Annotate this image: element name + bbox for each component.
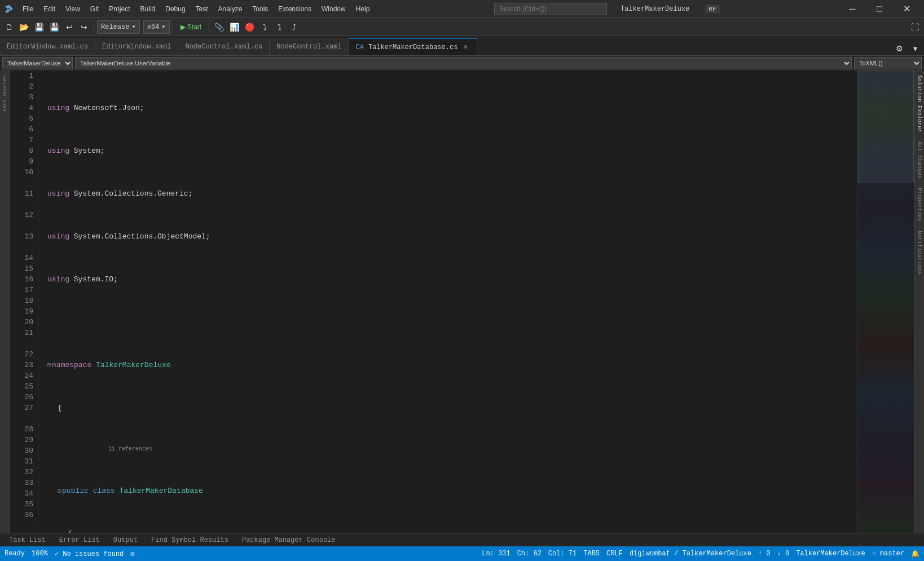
panel-output[interactable]: Output [109,535,142,545]
vs-logo-icon [5,5,14,14]
code-line-7: ⊟namespace TalkerMakerDeluxe [47,360,857,370]
status-commits-down[interactable]: ↓ 0 [777,550,790,558]
menu-tools[interactable]: Tools [248,3,272,15]
panel-task-list[interactable]: Task List [5,535,50,545]
status-project[interactable]: TalkerMakerDeluxe [796,550,865,558]
status-position-ch[interactable]: Ch: 62 [517,550,542,558]
panel-package-manager[interactable]: Package Manager Console [237,535,340,545]
tabs-extra: ⚙ ▾ [892,42,924,55]
status-tabs[interactable]: TABS [583,550,600,558]
status-bar-right: Ln: 331 Ch: 62 Col: 71 TABS CRLF digiwom… [482,550,919,558]
menu-bar: File Edit View Git Project Build Debug T… [18,3,374,15]
menu-debug[interactable]: Debug [161,3,190,15]
code-content: using Newtonsoft.Json; using System; usi… [38,70,857,533]
sep2 [173,21,173,33]
menu-git[interactable]: Git [86,3,103,15]
method-dropdown[interactable]: ToXML() [854,57,922,69]
breakpoint-btn[interactable]: 🔴 [243,20,257,34]
menu-project[interactable]: Project [104,3,134,15]
menu-edit[interactable]: Edit [39,3,60,15]
code-line-9: ⊟public class TalkerMakerDatabase [47,485,857,496]
save-all-btn[interactable]: 💾 [47,20,61,34]
titlebar: File Edit View Git Project Build Debug T… [0,0,924,18]
menu-file[interactable]: File [18,3,38,15]
stepin-btn[interactable]: ⤵ [272,20,286,34]
panel-error-list[interactable]: Error List [55,535,104,545]
status-bar: Ready 100% ✓ No issues found ⚙ Ln: 331 C… [0,546,924,561]
menu-build[interactable]: Build [136,3,160,15]
window-controls: ─ □ ✕ [839,0,919,18]
status-position-ln[interactable]: Ln: 331 [482,550,510,558]
right-sidebars: Solution Explorer Git Changes Properties… [914,70,924,533]
code-editor: 12345 678910 11 12 13 14 15 1617181920 2… [10,70,914,533]
sep3 [209,21,209,33]
tab-editorwindow-xaml[interactable]: EditorWindow.xaml [95,38,178,55]
sidebar-properties[interactable]: Properties [914,183,924,226]
fullscreen-btn[interactable]: ⛶ [908,20,922,34]
menu-help[interactable]: Help [351,3,375,15]
stepout-btn[interactable]: ⤴ [287,20,301,34]
performance-btn[interactable]: 📊 [227,20,241,34]
tab-talkermakerdatabase[interactable]: C# TalkerMakerDatabase.cs × [349,38,478,55]
attach-btn[interactable]: 📎 [212,20,226,34]
search-input[interactable] [494,3,607,15]
sidebar-git-changes[interactable]: Git Changes [914,137,924,183]
redo-btn[interactable]: ↪ [77,20,91,34]
bottom-panel: Task List Error List Output Find Symbol … [0,533,924,546]
code-line-1: using Newtonsoft.Json; [47,103,857,113]
status-notifications[interactable]: 🔔 [911,550,919,558]
sidebar-solution-explorer[interactable]: Solution Explorer [914,70,924,137]
platform-dropdown[interactable]: x64 ▾ [143,20,170,34]
sep1 [94,21,94,33]
ref-hint-9: 11 references [108,445,857,453]
minimize-button[interactable]: ─ [839,0,865,18]
location-bar: TalkerMakerDeluxe TalkerMakerDeluxe.User… [0,56,924,70]
close-button[interactable]: ✕ [894,0,919,18]
menu-view[interactable]: View [61,3,85,15]
menu-window[interactable]: Window [317,3,350,15]
status-repo[interactable]: digiwombat / TalkerMakerDeluxe [630,550,751,558]
menu-extensions[interactable]: Extensions [274,3,316,15]
minimap[interactable] [857,70,914,533]
code-line-10: { [47,528,857,533]
run-button[interactable]: ▶ Start [176,20,206,34]
save-btn[interactable]: 💾 [32,20,46,34]
tab-close-icon[interactable]: × [461,43,470,52]
status-ready[interactable]: Ready [5,550,25,558]
status-commits-up[interactable]: ↑ 0 [758,550,771,558]
status-issues[interactable]: ✓ No issues found [55,550,124,558]
code-line-5: using System.IO; [47,274,857,285]
tab-overflow-btn[interactable]: ▾ [908,42,922,55]
panel-find-results[interactable]: Find Symbol Results [147,535,233,545]
tabs-bar: EditorWindow.xaml.cs EditorWindow.xaml N… [0,36,924,56]
menu-analyze[interactable]: Analyze [214,3,247,15]
toolbar: 🗋 📂 💾 💾 ↩ ↪ Release ▾ x64 ▾ ▶ Start 📎 📊 … [0,18,924,36]
editor-area: 12345 678910 11 12 13 14 15 1617181920 2… [10,70,914,533]
left-sidebar: Data Sources [0,70,10,533]
sidebar-notifications[interactable]: Notifications [914,226,924,279]
status-position-col[interactable]: Col: 71 [548,550,577,558]
status-encoding[interactable]: CRLF [606,550,623,558]
window-title: TalkerMakerDeluxe [611,5,698,13]
tab-editorwindow-cs[interactable]: EditorWindow.xaml.cs [0,38,95,55]
tab-nodecontrol-xaml[interactable]: NodeControl.xaml [270,38,349,55]
code-scroll-area[interactable]: using Newtonsoft.Json; using System; usi… [38,70,857,533]
tab-nodecontrol-cs[interactable]: NodeControl.xaml.cs [178,38,270,55]
undo-btn[interactable]: ↩ [63,20,76,34]
configuration-dropdown[interactable]: Release ▾ [97,20,140,34]
class-dropdown[interactable]: TalkerMakerDeluxe [2,57,73,69]
line-numbers: 12345 678910 11 12 13 14 15 1617181920 2… [10,70,38,533]
status-branch[interactable]: ⑂ master [872,550,904,558]
maximize-button[interactable]: □ [866,0,892,18]
menu-test[interactable]: Test [191,3,213,15]
stepover-btn[interactable]: ⤵ [258,20,271,34]
sidebar-data-sources[interactable]: Data Sources [2,75,8,112]
rf-badge: RF [705,5,719,14]
status-zoom[interactable]: 100% [32,550,48,558]
member-dropdown[interactable]: TalkerMakerDeluxe.UserVariable [75,57,852,69]
code-line-6 [47,317,857,328]
new-project-btn[interactable]: 🗋 [2,20,16,34]
tab-settings-btn[interactable]: ⚙ [892,42,906,55]
open-btn[interactable]: 📂 [17,20,31,34]
minimap-viewport [858,70,914,183]
